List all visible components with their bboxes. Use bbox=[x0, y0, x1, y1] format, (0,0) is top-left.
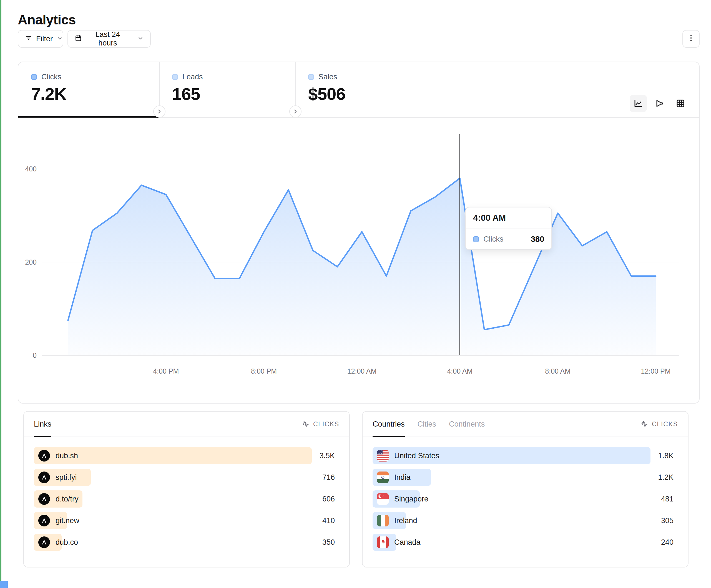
chevron-right-icon bbox=[292, 109, 298, 115]
country-label: India bbox=[394, 473, 411, 482]
funnel-view-button[interactable] bbox=[651, 95, 668, 112]
link-label: dub.sh bbox=[56, 452, 78, 460]
link-clicks-value: 716 bbox=[322, 473, 335, 482]
geo-metric-label: CLICKS bbox=[652, 421, 678, 428]
link-label: dub.co bbox=[56, 538, 78, 547]
tab-continents[interactable]: Continents bbox=[449, 412, 485, 436]
country-label: Canada bbox=[394, 538, 421, 547]
chart-view-switcher bbox=[630, 95, 689, 112]
country-label: Ireland bbox=[394, 516, 417, 525]
ca-flag-icon bbox=[377, 537, 389, 548]
leads-legend-swatch bbox=[172, 74, 178, 80]
funnel-icon bbox=[654, 98, 664, 109]
link-clicks-value: 410 bbox=[322, 516, 335, 525]
expand-leads-button[interactable] bbox=[153, 106, 166, 118]
links-metric-selector[interactable]: CLICKS bbox=[302, 412, 339, 436]
country-clicks-value: 1.2K bbox=[658, 473, 673, 482]
page-corner-accent bbox=[0, 581, 8, 588]
calendar-icon bbox=[75, 35, 82, 44]
clicks-time-series-chart[interactable]: 02004004:00 PM8:00 PM12:00 AM4:00 AM8:00… bbox=[18, 118, 699, 403]
stat-tab-sales[interactable]: Sales $506 bbox=[295, 62, 434, 117]
filter-button[interactable]: Filter bbox=[18, 30, 63, 48]
tab-cities[interactable]: Cities bbox=[417, 412, 436, 436]
link-row[interactable]: git.new410 bbox=[34, 512, 339, 529]
tooltip-value: 380 bbox=[531, 235, 544, 244]
link-row[interactable]: spti.fyi716 bbox=[34, 469, 339, 486]
chart-crosshair bbox=[459, 134, 460, 355]
line-chart-view-button[interactable] bbox=[630, 95, 647, 112]
link-row[interactable]: d.to/try606 bbox=[34, 490, 339, 507]
link-clicks-value: 3.5K bbox=[319, 452, 335, 460]
sg-flag-icon bbox=[377, 493, 389, 505]
page-edge-accent bbox=[0, 0, 1, 588]
stat-value: $506 bbox=[308, 84, 434, 104]
dub-logo-icon bbox=[38, 450, 50, 461]
country-clicks-value: 1.8K bbox=[658, 452, 673, 460]
clicks-legend-swatch bbox=[31, 74, 37, 80]
filter-lines-icon bbox=[25, 35, 32, 44]
country-label: United States bbox=[394, 452, 439, 460]
more-options-button[interactable] bbox=[683, 30, 699, 48]
stat-label: Leads bbox=[182, 73, 203, 81]
tooltip-series-label: Clicks bbox=[483, 235, 503, 244]
line-chart-icon bbox=[633, 98, 643, 109]
links-panel-header: Links CLICKS bbox=[24, 412, 349, 437]
tooltip-time: 4:00 AM bbox=[466, 207, 552, 229]
area-chart-plot[interactable] bbox=[18, 118, 700, 404]
country-clicks-value: 240 bbox=[661, 538, 673, 547]
country-row[interactable]: India1.2K bbox=[372, 469, 678, 486]
chevron-right-icon bbox=[156, 109, 163, 115]
dub-logo-icon bbox=[38, 537, 50, 548]
link-row[interactable]: dub.co350 bbox=[34, 534, 339, 551]
country-row[interactable]: Singapore481 bbox=[372, 490, 678, 507]
expand-sales-button[interactable] bbox=[289, 106, 302, 118]
link-clicks-value: 606 bbox=[322, 495, 335, 503]
clicks-legend-swatch bbox=[473, 236, 479, 242]
link-label: spti.fyi bbox=[56, 473, 77, 482]
geo-panel-header: CountriesCitiesContinents CLICKS bbox=[363, 412, 688, 437]
cursor-click-icon bbox=[302, 420, 310, 428]
stat-label: Sales bbox=[319, 73, 337, 81]
country-clicks-value: 305 bbox=[661, 516, 673, 525]
kebab-menu-icon bbox=[687, 34, 695, 44]
country-row[interactable]: Canada240 bbox=[372, 534, 678, 551]
sales-legend-swatch bbox=[308, 74, 314, 80]
us-flag-icon bbox=[377, 450, 389, 461]
filter-button-label: Filter bbox=[36, 35, 53, 43]
stat-label: Clicks bbox=[41, 73, 61, 81]
dub-logo-icon bbox=[38, 515, 50, 526]
stats-tab-row: Clicks 7.2K Leads 165 Sales $506 bbox=[18, 62, 699, 118]
country-label: Singapore bbox=[394, 495, 428, 503]
stat-tab-leads[interactable]: Leads 165 bbox=[159, 62, 295, 117]
dub-logo-icon bbox=[38, 472, 50, 483]
cursor-click-icon bbox=[640, 420, 649, 428]
dub-logo-icon bbox=[38, 493, 50, 505]
geo-panel: CountriesCitiesContinents CLICKS United … bbox=[362, 411, 689, 567]
link-label: d.to/try bbox=[56, 495, 79, 503]
stat-value: 7.2K bbox=[31, 84, 159, 104]
date-range-button[interactable]: Last 24 hours bbox=[67, 30, 151, 48]
in-flag-icon bbox=[377, 472, 389, 483]
country-clicks-value: 481 bbox=[661, 495, 673, 503]
date-range-label: Last 24 hours bbox=[86, 30, 130, 47]
analytics-card: Clicks 7.2K Leads 165 Sales $506 bbox=[18, 62, 699, 404]
country-row[interactable]: United States1.8K bbox=[372, 447, 678, 464]
stat-value: 165 bbox=[172, 84, 295, 104]
chart-tooltip: 4:00 AM Clicks 380 bbox=[465, 207, 552, 250]
link-row[interactable]: dub.sh3.5K bbox=[34, 447, 339, 464]
link-label: git.new bbox=[56, 516, 80, 525]
geo-metric-selector[interactable]: CLICKS bbox=[640, 412, 678, 436]
stat-tab-clicks[interactable]: Clicks 7.2K bbox=[18, 62, 159, 117]
link-clicks-value: 350 bbox=[322, 538, 335, 547]
area-fill bbox=[68, 178, 656, 355]
analytics-page: Analytics Filter Last 24 hours bbox=[0, 0, 711, 588]
ie-flag-icon bbox=[377, 515, 389, 526]
tab-countries[interactable]: Countries bbox=[372, 412, 405, 436]
links-metric-label: CLICKS bbox=[313, 421, 339, 428]
table-view-button[interactable] bbox=[672, 95, 689, 112]
chevron-down-icon bbox=[57, 35, 63, 43]
chevron-down-icon bbox=[137, 35, 144, 43]
page-title: Analytics bbox=[18, 12, 76, 27]
tab-links[interactable]: Links bbox=[34, 412, 51, 436]
country-row[interactable]: Ireland305 bbox=[372, 512, 678, 529]
